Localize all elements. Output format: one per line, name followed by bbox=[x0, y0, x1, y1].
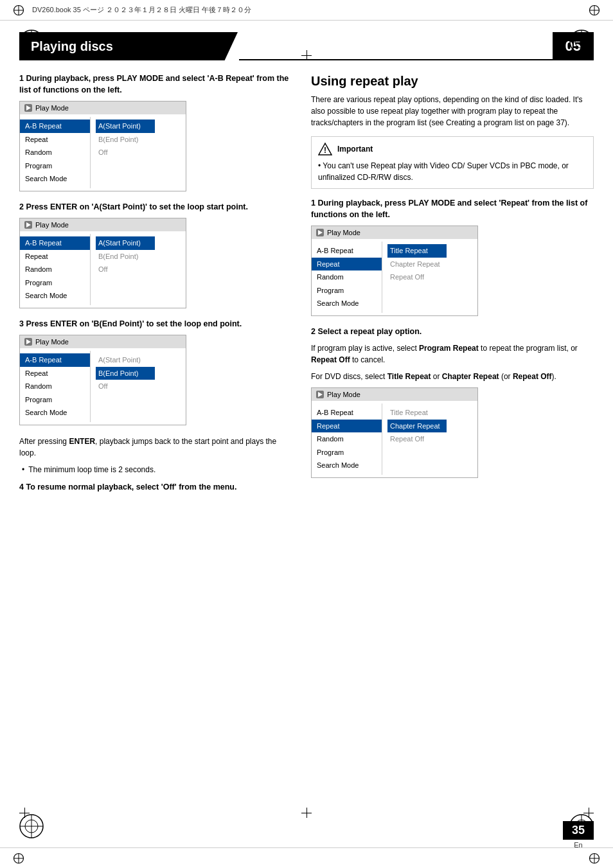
menu-r1-random: Random bbox=[312, 270, 382, 284]
menu-item-random-2: Random bbox=[20, 263, 90, 276]
ui-box3-content: A-B Repeat Repeat Random Program Search … bbox=[20, 348, 186, 425]
ui-box-r2-title: Play Mode bbox=[327, 391, 360, 398]
ui-box-2: Play Mode A-B Repeat Repeat Random Progr… bbox=[19, 218, 186, 308]
menu-item-random-1: Random bbox=[20, 146, 90, 159]
ui-menu-r1: A-B Repeat Repeat Random Program Search … bbox=[312, 242, 382, 313]
reg-mark-left bbox=[13, 4, 24, 16]
ui-menu-2: A-B Repeat Repeat Random Program Search … bbox=[20, 234, 91, 305]
right-step-2: 2 Select a repeat play option. If progra… bbox=[311, 326, 594, 478]
section-intro: There are various repeat play options, d… bbox=[311, 94, 594, 128]
play-mode-icon-r1 bbox=[315, 228, 324, 237]
logo-circle-bl bbox=[18, 813, 45, 840]
menu-r2-ab: A-B Repeat bbox=[312, 406, 382, 420]
ui-submenu-3: A(Start Point) B(End Point) Off bbox=[91, 351, 155, 422]
menu-item-program-1: Program bbox=[20, 159, 90, 173]
submenu-r2-title: Title Repeat bbox=[387, 406, 447, 420]
right-step-1: 1 During playback, press PLAY MODE and s… bbox=[311, 198, 594, 316]
bullet-text: The minimum loop time is 2 seconds. bbox=[28, 464, 155, 475]
submenu-astart-1: A(Start Point) bbox=[96, 120, 155, 133]
ui-box-1: Play Mode A-B Repeat Repeat Random Progr… bbox=[19, 101, 186, 191]
header-text: DV260.book 35 ページ ２０２３年１月２８日 火曜日 午後７時２０分 bbox=[32, 5, 251, 15]
right-column: Using repeat play There are various repe… bbox=[305, 73, 594, 503]
page-footer: 35 En bbox=[563, 821, 594, 849]
ui-box-r1-titlebar: Play Mode bbox=[312, 226, 477, 239]
important-label: Important bbox=[337, 145, 373, 154]
submenu-bend-1: B(End Point) bbox=[96, 133, 155, 146]
menu-item-program-2: Program bbox=[20, 276, 90, 290]
menu-r1-search: Search Mode bbox=[312, 297, 382, 310]
important-body: • You can't use Repeat play with Video C… bbox=[318, 160, 587, 183]
play-mode-icon-3 bbox=[24, 337, 33, 346]
ui-menu-1: A-B Repeat Repeat Random Program Search … bbox=[20, 117, 91, 188]
left-step-1: 1 During playback, press PLAY MODE and s… bbox=[19, 73, 289, 191]
submenu-astart-2: A(Start Point) bbox=[96, 236, 155, 250]
menu-item-ab-repeat-3: A-B Repeat bbox=[20, 353, 90, 367]
main-content: 1 During playback, press PLAY MODE and s… bbox=[0, 60, 613, 516]
ui-box1-title: Play Mode bbox=[35, 104, 69, 112]
page-number: 35 bbox=[563, 821, 594, 840]
submenu-off-2: Off bbox=[96, 263, 155, 276]
ui-box-r1: Play Mode A-B Repeat Repeat Random Progr… bbox=[311, 226, 478, 316]
ui-box1-titlebar: Play Mode bbox=[20, 102, 186, 114]
menu-item-search-2: Search Mode bbox=[20, 289, 90, 303]
important-header: ! Important bbox=[318, 142, 587, 156]
play-mode-icon-2 bbox=[24, 220, 33, 229]
left-column: 1 During playback, press PLAY MODE and s… bbox=[19, 73, 289, 503]
menu-r2-program: Program bbox=[312, 446, 382, 459]
bullet-minimum-loop: The minimum loop time is 2 seconds. bbox=[22, 464, 289, 475]
menu-item-repeat-1: Repeat bbox=[20, 133, 90, 146]
reg-mark-right bbox=[589, 4, 600, 16]
left-step-4: 4 To resume normal playback, select 'Off… bbox=[19, 482, 289, 493]
menu-r1-repeat: Repeat bbox=[312, 258, 382, 271]
ui-box-r2-content: A-B Repeat Repeat Random Program Search … bbox=[312, 401, 477, 477]
ui-box1-content: A-B Repeat Repeat Random Program Search … bbox=[20, 114, 186, 191]
submenu-r1-title: Title Repeat bbox=[387, 244, 447, 258]
ui-box-r1-content: A-B Repeat Repeat Random Program Search … bbox=[312, 239, 477, 315]
left-step-3: 3 Press ENTER on 'B(End Point)' to set t… bbox=[19, 319, 289, 425]
right-step2-body1: If program play is active, select Progra… bbox=[311, 342, 594, 366]
submenu-r1-chapter: Chapter Repeat bbox=[387, 258, 447, 271]
svg-text:!: ! bbox=[324, 146, 326, 155]
menu-r2-repeat: Repeat bbox=[312, 420, 382, 433]
menu-r2-search: Search Mode bbox=[312, 459, 382, 472]
left-step3-heading: 3 Press ENTER on 'B(End Point)' to set t… bbox=[19, 319, 289, 330]
submenu-off-3: Off bbox=[96, 380, 155, 393]
right-step2-body2: For DVD discs, select Title Repeat or Ch… bbox=[311, 371, 594, 382]
submenu-r2-chapter: Chapter Repeat bbox=[387, 420, 447, 433]
play-mode-icon-r2 bbox=[315, 390, 324, 399]
header-bar: DV260.book 35 ページ ２０２３年１月２８日 火曜日 午後７時２０分 bbox=[0, 0, 613, 21]
ui-menu-3: A-B Repeat Repeat Random Program Search … bbox=[20, 351, 91, 422]
logo-circle-tr bbox=[568, 28, 595, 55]
menu-r1-program: Program bbox=[312, 284, 382, 297]
submenu-r2-off: Repeat Off bbox=[387, 432, 447, 446]
ui-box2-title: Play Mode bbox=[35, 221, 69, 229]
section-title: Using repeat play bbox=[311, 73, 594, 89]
ui-box-r2: Play Mode A-B Repeat Repeat Random Progr… bbox=[311, 387, 478, 478]
note-after-step3: After pressing ENTER, playback jumps bac… bbox=[19, 436, 289, 459]
right-step1-heading: 1 During playback, press PLAY MODE and s… bbox=[311, 198, 594, 220]
submenu-astart-3: A(Start Point) bbox=[96, 353, 155, 367]
ui-box-3: Play Mode A-B Repeat Repeat Random Progr… bbox=[19, 335, 186, 425]
ui-box-r1-title: Play Mode bbox=[327, 229, 360, 236]
menu-item-ab-repeat-2: A-B Repeat bbox=[20, 236, 90, 250]
menu-item-search-1: Search Mode bbox=[20, 172, 90, 186]
menu-r1-ab: A-B Repeat bbox=[312, 244, 382, 258]
ui-menu-r2: A-B Repeat Repeat Random Program Search … bbox=[312, 403, 382, 475]
page-title: Playing discs bbox=[19, 32, 238, 60]
menu-item-repeat-3: Repeat bbox=[20, 367, 90, 380]
menu-item-search-3: Search Mode bbox=[20, 406, 90, 420]
menu-item-program-3: Program bbox=[20, 393, 90, 407]
submenu-bend-2: B(End Point) bbox=[96, 250, 155, 263]
important-text: You can't use Repeat play with Video CD/… bbox=[318, 161, 569, 182]
reg-mark-footer-right bbox=[589, 853, 600, 864]
submenu-off-1: Off bbox=[96, 146, 155, 159]
corner-mark-tc bbox=[301, 50, 312, 60]
reg-mark-footer-left bbox=[13, 853, 24, 864]
ui-box-r2-titlebar: Play Mode bbox=[312, 388, 477, 401]
ui-submenu-r1: Title Repeat Chapter Repeat Repeat Off bbox=[382, 242, 447, 313]
menu-item-repeat-2: Repeat bbox=[20, 250, 90, 263]
ui-box3-titlebar: Play Mode bbox=[20, 335, 186, 348]
menu-r2-random: Random bbox=[312, 432, 382, 446]
footer-bar bbox=[0, 847, 613, 868]
play-mode-icon-1 bbox=[24, 103, 33, 112]
